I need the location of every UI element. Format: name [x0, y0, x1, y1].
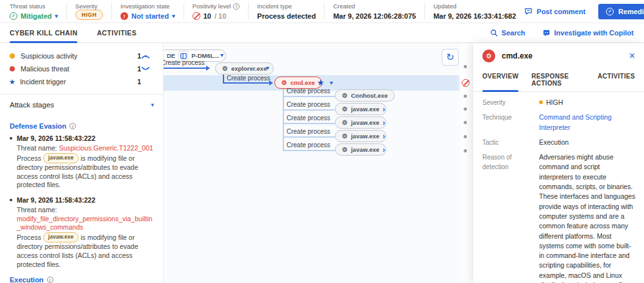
- alert-marker-icon[interactable]: [462, 79, 469, 87]
- tab-overview[interactable]: OVERVIEW: [482, 68, 518, 91]
- incident-tab-bar: CYBER KILL CHAIN ACTIVITIES Search Inves…: [0, 23, 644, 43]
- created-value: Mar 9, 2026 12:06:28:075: [333, 12, 415, 20]
- threat-status-label: Threat status: [10, 3, 58, 10]
- process-node-child[interactable]: ⚙ javaw.exe: [335, 103, 386, 115]
- row-marker-dot[interactable]: [464, 95, 467, 98]
- navigate-down-icon[interactable]: [141, 66, 155, 72]
- event-timestamp: Mar 9, 2026 11:58:43:222: [10, 134, 155, 142]
- threat-event: Mar 9, 2026 11:58:43:222 Threat name: Su…: [10, 134, 155, 190]
- threat-name-link[interactable]: Suspicious.Generic.T1222_001: [59, 144, 153, 153]
- navigate-up-icon[interactable]: [141, 53, 155, 59]
- edge-line: [283, 89, 284, 150]
- investigation-state-value: Not started: [131, 12, 169, 20]
- chevron-down-icon: ▾: [151, 102, 154, 108]
- node-detail-panel: ⚙ cmd.exe × OVERVIEW RESPONSE ACTIONS AC…: [473, 43, 644, 283]
- edge-line: [283, 109, 335, 111]
- row-marker-dot[interactable]: [464, 149, 467, 152]
- attack-stages-list: Defense Evasion i Mar 9, 2026 11:58:43:2…: [0, 122, 163, 283]
- field-tactic: Tactic Execution: [482, 138, 636, 147]
- info-icon[interactable]: i: [47, 277, 53, 283]
- edge-line: [164, 68, 206, 69]
- threat-status-value: Mitigated: [21, 12, 52, 20]
- expand-children-icon[interactable]: ›: [383, 132, 385, 140]
- process-icon: ⚙: [482, 50, 495, 62]
- legend-malicious-threat[interactable]: Malicious threat 1: [0, 62, 163, 75]
- created-group: Created Mar 9, 2026 12:06:28:075: [324, 3, 424, 20]
- tab-response-actions[interactable]: RESPONSE ACTIONS: [531, 68, 585, 91]
- process-node-explorer[interactable]: ⚙ explorer.exe: [215, 62, 274, 75]
- threat-status-group: Threat status ✓ Mitigated ▾: [10, 3, 66, 20]
- process-node-child[interactable]: ⚙ javaw.exe: [335, 116, 386, 129]
- row-marker-dot[interactable]: [464, 107, 467, 111]
- process-pill[interactable]: javaw.exe: [43, 153, 79, 164]
- incident-type-label: Incident type: [257, 3, 316, 10]
- row-marker-dot[interactable]: [464, 121, 467, 124]
- attack-stages-toggle[interactable]: Attack stages ▾: [0, 95, 163, 115]
- legend-incident-trigger[interactable]: ★ Incident trigger 1: [0, 75, 163, 88]
- chevron-down-icon: ▾: [172, 14, 175, 19]
- stage-title-execution: Execution i: [10, 276, 155, 283]
- chevron-down-icon[interactable]: ▾: [266, 65, 269, 71]
- positivity-level-label: Positivity level i: [193, 3, 240, 10]
- expand-children-icon[interactable]: ›: [383, 146, 385, 154]
- malicious-threat-dot-icon: [10, 66, 15, 71]
- process-icon: ⚙: [342, 120, 348, 126]
- info-icon[interactable]: i: [233, 3, 240, 10]
- row-marker-dot[interactable]: [464, 135, 467, 138]
- incident-trigger-count: 1: [137, 78, 141, 86]
- positivity-level-value: 10 / 10: [193, 12, 240, 20]
- mitigated-check-icon: ✓: [10, 12, 17, 20]
- process-pill[interactable]: javaw.exe: [43, 232, 79, 243]
- process-node-child[interactable]: ⚙ javaw.exe: [335, 130, 386, 142]
- updated-group: Updated Mar 9, 2026 16:33:41:682: [424, 3, 524, 20]
- investigation-state-label: Investigation state: [120, 3, 175, 10]
- threat-status-dropdown[interactable]: ✓ Mitigated ▾: [10, 12, 58, 20]
- expand-children-icon[interactable]: ›: [383, 105, 385, 113]
- incident-type-value: Process detected: [257, 12, 316, 20]
- edge-line: [223, 82, 269, 84]
- process-icon: ⚙: [342, 147, 348, 153]
- remediate-incident-button[interactable]: ✓ Remediate entire incident: [598, 4, 644, 19]
- chevron-down-icon[interactable]: ▾: [330, 80, 333, 86]
- technique-link[interactable]: Command and Scripting Interpreter: [539, 113, 636, 132]
- investigation-state-group: Investigation state ! Not started ▾: [111, 3, 184, 20]
- positivity-level-icon: [193, 12, 200, 20]
- tab-activities[interactable]: ACTIVITIES: [598, 68, 635, 91]
- close-icon[interactable]: ×: [629, 51, 635, 61]
- expand-children-icon[interactable]: ›: [383, 119, 385, 127]
- investigate-with-copilot-button[interactable]: Investigate with Copilot: [542, 29, 634, 37]
- search-button[interactable]: Search: [490, 29, 526, 37]
- search-icon: [490, 29, 498, 37]
- row-marker-dot[interactable]: [464, 65, 467, 68]
- suspicious-activity-dot-icon: [10, 53, 15, 59]
- edge-label: Create process: [287, 114, 330, 122]
- field-reason-of-detection: Reason of detection Adversaries might ab…: [482, 152, 636, 283]
- process-node-child[interactable]: ⚙ javaw.exe: [335, 143, 386, 156]
- chevron-down-icon[interactable]: ▾: [220, 52, 223, 59]
- refresh-graph-button[interactable]: ↻: [442, 49, 459, 66]
- tab-cyber-kill-chain[interactable]: CYBER KILL CHAIN: [10, 23, 77, 42]
- post-comment-button[interactable]: Post comment: [524, 7, 585, 15]
- edge-arrowhead: [206, 66, 210, 71]
- threat-name-link[interactable]: modify_file_directory_permissions_via_bu…: [17, 215, 155, 232]
- incident-trigger-star-icon[interactable]: ★: [317, 78, 325, 87]
- edge-line: [283, 123, 335, 124]
- updated-value: Mar 9, 2026 16:33:41:682: [433, 12, 516, 20]
- field-technique: Technique Command and Scripting Interpre…: [482, 113, 636, 132]
- legend-suspicious-activity[interactable]: Suspicious activity 1: [0, 50, 163, 62]
- incident-investigation-page: Threat status ✓ Mitigated ▾ Severity HIG…: [0, 0, 644, 283]
- process-icon: ⚙: [342, 133, 348, 140]
- stage-title-defense-evasion: Defense Evasion i: [10, 122, 155, 130]
- edge-label: Create process: [287, 101, 330, 108]
- info-icon[interactable]: i: [70, 123, 76, 129]
- tab-activities[interactable]: ACTIVITIES: [97, 23, 137, 42]
- edge-label: Create process: [227, 75, 270, 82]
- remediate-check-icon: ✓: [606, 8, 614, 15]
- comment-icon: [524, 7, 533, 15]
- process-node-child[interactable]: ⚙ Conhost.exe: [335, 89, 395, 102]
- edge-label: Create process: [163, 59, 205, 66]
- investigation-state-dropdown[interactable]: ! Not started ▾: [120, 12, 175, 20]
- process-icon: ⚙: [342, 93, 348, 99]
- incident-header-bar: Threat status ✓ Mitigated ▾ Severity HIG…: [0, 0, 644, 23]
- copilot-icon: [542, 29, 551, 37]
